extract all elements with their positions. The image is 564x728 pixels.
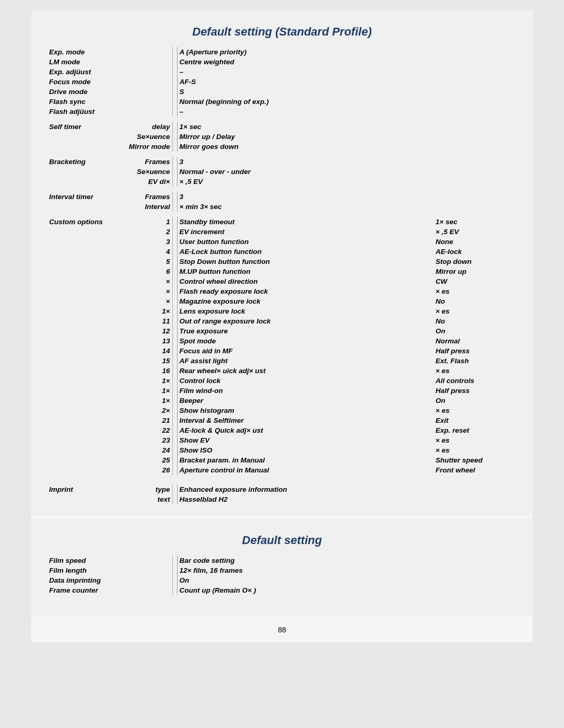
custom-24-value: × es bbox=[433, 445, 517, 455]
exp-mode-sublabel bbox=[115, 47, 172, 57]
custom-19-name: Beeper bbox=[177, 396, 433, 406]
bracketing-seq-sublabel: Se×uence bbox=[115, 167, 172, 177]
table-row: 22 AE-lock & Quick adj× ust Exp. reset bbox=[47, 425, 517, 435]
section1-title: Default setting (Standard Profile) bbox=[47, 16, 517, 47]
table-row: Se×uence Mirror up / Delay bbox=[47, 132, 517, 142]
custom-1-value: 1× sec bbox=[433, 217, 517, 227]
custom-15-name: AF assist light bbox=[177, 356, 433, 366]
self-timer-mirror-value: Mirror goes down bbox=[177, 142, 433, 152]
custom-23-value: × es bbox=[433, 435, 517, 445]
table-row: 4 AE-Lock button function AE-lock bbox=[47, 247, 517, 257]
custom-13-value: Normal bbox=[433, 336, 517, 346]
custom-25-name: Bracket param. in Manual bbox=[177, 455, 433, 465]
frame-counter-value: Count up (Remain O× ) bbox=[177, 585, 433, 595]
table-row: 6 M.UP button function Mirror up bbox=[47, 267, 517, 276]
imprint-text-value: Hasselblad H2 bbox=[177, 494, 433, 504]
table-row: 11 Out of range exposure lock No bbox=[47, 316, 517, 326]
custom-12-value: On bbox=[433, 326, 517, 336]
table-row: Film speed Bar code setting bbox=[47, 556, 517, 565]
interval-interval-value: × min 3× sec bbox=[177, 202, 433, 212]
self-timer-delay-sublabel: delay bbox=[115, 122, 172, 132]
film-length-value: 12× film, 16 frames bbox=[177, 565, 433, 575]
data-imprinting-label: Data imprinting bbox=[47, 575, 115, 585]
table-row: Self timer delay 1× sec bbox=[47, 122, 517, 132]
table-row: 24 Show ISO × es bbox=[47, 445, 517, 455]
table-row: Exp. adjüust – bbox=[47, 67, 517, 77]
custom-7-value: CW bbox=[433, 276, 517, 286]
table-row: Interval timer Frames 3 bbox=[47, 192, 517, 202]
custom-5-name: Stop Down button function bbox=[177, 257, 433, 267]
film-length-label: Film length bbox=[47, 565, 115, 575]
self-timer-mirror-sublabel: Mirror mode bbox=[115, 142, 172, 152]
custom-9-name: Magazine exposure lock bbox=[177, 296, 433, 306]
custom-10-value: × es bbox=[433, 306, 517, 316]
custom-20-name: Show histogram bbox=[177, 406, 433, 415]
table-row: Custom options 1 Standby timeout 1× sec bbox=[47, 217, 517, 227]
table-row: Film length 12× film, 16 frames bbox=[47, 565, 517, 575]
exp-mode-value: A (Aperture priority) bbox=[177, 47, 433, 57]
imprint-type-sublabel: type bbox=[115, 484, 172, 494]
table-row: 5 Stop Down button function Stop down bbox=[47, 257, 517, 267]
table-row: 13 Spot mode Normal bbox=[47, 336, 517, 346]
custom-7-name: Control wheel direction bbox=[177, 276, 433, 286]
table-row: 1× Beeper On bbox=[47, 396, 517, 406]
custom-8-value: × es bbox=[433, 286, 517, 296]
table-row: Drive mode S bbox=[47, 87, 517, 97]
table-row: 23 Show EV × es bbox=[47, 435, 517, 445]
bracketing-frames-value: 3 bbox=[177, 157, 433, 167]
table-row: 1× Lens exposure lock × es bbox=[47, 306, 517, 316]
table-row: Exp. mode A (Aperture priority) bbox=[47, 47, 517, 57]
table-row: 16 Rear wheel× uick adj× ust × es bbox=[47, 366, 517, 376]
exp-adj-value: – bbox=[177, 67, 433, 77]
custom-21-value: Exit bbox=[433, 415, 517, 425]
table-row: Interval × min 3× sec bbox=[47, 202, 517, 212]
table-row: text Hasselblad H2 bbox=[47, 494, 517, 504]
custom-13-name: Spot mode bbox=[177, 336, 433, 346]
self-timer-label: Self timer bbox=[47, 122, 115, 152]
focus-mode-value: AF-S bbox=[177, 77, 433, 87]
bracketing-seq-value: Normal - over - under bbox=[177, 167, 433, 177]
custom-19-value: On bbox=[433, 396, 517, 406]
table-row: LM mode Centre weighted bbox=[47, 57, 517, 67]
custom-3-name: User button function bbox=[177, 237, 433, 247]
custom-4-value: AE-lock bbox=[433, 247, 517, 257]
table-row: × Magazine exposure lock No bbox=[47, 296, 517, 306]
bracketing-label: Bracketing bbox=[47, 157, 115, 187]
page-number: 88 bbox=[31, 620, 533, 642]
bracketing-ev-sublabel: EV di× bbox=[115, 177, 172, 187]
table-row: Bracketing Frames 3 bbox=[47, 157, 517, 167]
table-row: Se×uence Normal - over - under bbox=[47, 167, 517, 177]
drive-mode-value: S bbox=[177, 87, 433, 97]
custom-18-value: Half press bbox=[433, 386, 517, 396]
custom-10-name: Lens exposure lock bbox=[177, 306, 433, 316]
custom-22-name: AE-lock & Quick adj× ust bbox=[177, 425, 433, 435]
custom-3-value: None bbox=[433, 237, 517, 247]
custom-17-value: All controls bbox=[433, 376, 517, 386]
table-row: × Control wheel direction CW bbox=[47, 276, 517, 286]
film-speed-label: Film speed bbox=[47, 556, 115, 565]
table-row: × Flash ready exposure lock × es bbox=[47, 286, 517, 296]
table-row: Imprint type Enhanced exposure informati… bbox=[47, 484, 517, 494]
custom-12-name: True exposure bbox=[177, 326, 433, 336]
custom-26-name: Aperture control in Manual bbox=[177, 465, 433, 475]
custom-22-value: Exp. reset bbox=[433, 425, 517, 435]
flash-sync-value: Normal (beginning of exp.) bbox=[177, 97, 433, 107]
custom-11-name: Out of range exposure lock bbox=[177, 316, 433, 326]
table-row: 3 User button function None bbox=[47, 237, 517, 247]
table-row: 2 EV increment × ,5 EV bbox=[47, 227, 517, 237]
bracketing-ev-value: × ,5 EV bbox=[177, 177, 433, 187]
table-row: Flash adjüust – bbox=[47, 107, 517, 117]
table-row: 15 AF assist light Ext. Flash bbox=[47, 356, 517, 366]
flash-adj-label: Flash adjüust bbox=[47, 107, 115, 117]
table-row: Focus mode AF-S bbox=[47, 77, 517, 87]
custom-9-value: No bbox=[433, 296, 517, 306]
self-timer-delay-value: 1× sec bbox=[177, 122, 433, 132]
table-row: 1× Film wind-on Half press bbox=[47, 386, 517, 396]
exp-mode-label: Exp. mode bbox=[47, 47, 115, 57]
custom-4-name: AE-Lock button function bbox=[177, 247, 433, 257]
custom-15-value: Ext. Flash bbox=[433, 356, 517, 366]
custom-25-value: Shutter speed bbox=[433, 455, 517, 465]
page: Default setting (Standard Profile) Exp. … bbox=[31, 10, 533, 642]
custom-21-name: Interval & Selftimer bbox=[177, 415, 433, 425]
custom-18-name: Film wind-on bbox=[177, 386, 433, 396]
